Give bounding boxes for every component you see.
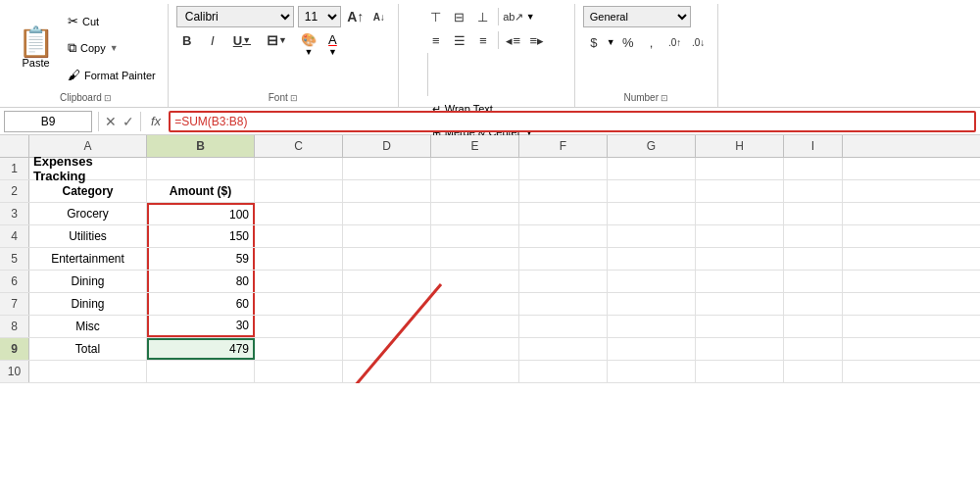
cell-g10[interactable]	[608, 361, 696, 382]
cell-c2[interactable]	[255, 180, 343, 202]
percent-button[interactable]: %	[617, 31, 639, 53]
cell-a3[interactable]: Grocery	[29, 203, 147, 224]
cell-i7[interactable]	[784, 293, 843, 315]
cell-h1[interactable]	[696, 158, 784, 179]
cell-c1[interactable]	[255, 158, 343, 179]
cell-f3[interactable]	[519, 203, 608, 224]
cell-h9[interactable]	[696, 338, 784, 360]
cell-a5[interactable]: Entertainment	[29, 248, 147, 270]
copy-button[interactable]: ⧉ Copy ▼	[64, 38, 160, 58]
cell-a6[interactable]: Dining	[29, 271, 147, 292]
cell-d8[interactable]	[343, 316, 431, 337]
fill-color-button[interactable]: 🎨 ▼	[297, 29, 320, 51]
cell-g5[interactable]	[608, 248, 696, 270]
col-header-h[interactable]: H	[696, 135, 784, 157]
col-header-e[interactable]: E	[431, 135, 519, 157]
cell-c8[interactable]	[255, 316, 343, 337]
cell-i9[interactable]	[784, 338, 843, 360]
cell-i4[interactable]	[784, 225, 843, 247]
accounting-dropdown[interactable]: ▼	[607, 37, 615, 47]
cell-b8[interactable]: 30	[147, 316, 255, 337]
cell-h2[interactable]	[696, 180, 784, 202]
col-header-g[interactable]: G	[608, 135, 696, 157]
cell-h8[interactable]	[696, 316, 784, 337]
cell-i10[interactable]	[784, 361, 843, 382]
cell-i8[interactable]	[784, 316, 843, 337]
cell-c9[interactable]	[255, 338, 343, 360]
cell-g8[interactable]	[608, 316, 696, 337]
cell-d3[interactable]	[343, 203, 431, 224]
col-header-b[interactable]: B	[147, 135, 255, 157]
cell-e9[interactable]	[431, 338, 519, 360]
cell-a1[interactable]: Expenses Tracking	[29, 158, 147, 179]
cell-b6[interactable]: 80	[147, 271, 255, 292]
italic-button[interactable]: I	[202, 29, 223, 51]
cell-i2[interactable]	[784, 180, 843, 202]
cell-i6[interactable]	[784, 271, 843, 292]
cut-button[interactable]: ✂ Cut	[64, 12, 160, 30]
cell-c7[interactable]	[255, 293, 343, 315]
copy-dropdown-arrow[interactable]: ▼	[110, 43, 119, 53]
format-painter-button[interactable]: 🖌 Format Painter	[64, 66, 160, 84]
cell-f8[interactable]	[519, 316, 608, 337]
decimal-decrease-button[interactable]: .0↓	[688, 31, 710, 53]
orientation-button[interactable]: ab↗	[503, 6, 524, 27]
col-header-c[interactable]: C	[255, 135, 343, 157]
paste-button[interactable]: 📋 Paste	[12, 6, 60, 90]
cell-f6[interactable]	[519, 271, 608, 292]
cell-a4[interactable]: Utilities	[29, 225, 147, 247]
cell-f4[interactable]	[519, 225, 608, 247]
align-center-button[interactable]: ☰	[449, 29, 470, 51]
cell-b2[interactable]: Amount ($)	[147, 180, 255, 202]
cell-e5[interactable]	[431, 248, 519, 270]
cell-h4[interactable]	[696, 225, 784, 247]
cell-b9[interactable]: 479	[147, 338, 255, 360]
cell-f2[interactable]	[519, 180, 608, 202]
align-middle-button[interactable]: ⊟	[449, 6, 470, 27]
cell-g9[interactable]	[608, 338, 696, 360]
underline-button[interactable]: U ▼	[227, 29, 257, 51]
cell-b1[interactable]	[147, 158, 255, 179]
cell-a7[interactable]: Dining	[29, 293, 147, 315]
cell-a8[interactable]: Misc	[29, 316, 147, 337]
cell-g4[interactable]	[608, 225, 696, 247]
cell-b7[interactable]: 60	[147, 293, 255, 315]
cell-f7[interactable]	[519, 293, 608, 315]
cell-d6[interactable]	[343, 271, 431, 292]
cell-b4[interactable]: 150	[147, 225, 255, 247]
accounting-button[interactable]: $	[583, 31, 605, 53]
orientation-dropdown[interactable]: ▼	[526, 12, 535, 22]
name-box[interactable]	[4, 111, 92, 132]
cell-h7[interactable]	[696, 293, 784, 315]
cell-h6[interactable]	[696, 271, 784, 292]
cell-e4[interactable]	[431, 225, 519, 247]
cell-f10[interactable]	[519, 361, 608, 382]
cell-e7[interactable]	[431, 293, 519, 315]
cell-d7[interactable]	[343, 293, 431, 315]
cell-a9[interactable]: Total	[29, 338, 147, 360]
cell-e1[interactable]	[431, 158, 519, 179]
cell-h10[interactable]	[696, 361, 784, 382]
font-grow-button[interactable]: A↑	[345, 6, 367, 27]
cell-a10[interactable]	[29, 361, 147, 382]
align-right-button[interactable]: ≡	[472, 29, 494, 51]
cell-c6[interactable]	[255, 271, 343, 292]
bold-button[interactable]: B	[176, 29, 198, 51]
cell-d1[interactable]	[343, 158, 431, 179]
cell-d10[interactable]	[343, 361, 431, 382]
cell-d9[interactable]	[343, 338, 431, 360]
cell-i3[interactable]	[784, 203, 843, 224]
decimal-increase-button[interactable]: .0↑	[664, 31, 686, 53]
font-color-dropdown[interactable]: ▼	[328, 47, 337, 57]
cell-g7[interactable]	[608, 293, 696, 315]
font-color-button[interactable]: A ▼	[324, 29, 341, 51]
cell-c4[interactable]	[255, 225, 343, 247]
font-shrink-button[interactable]: A↓	[368, 6, 390, 27]
cell-f1[interactable]	[519, 158, 608, 179]
indent-decrease-button[interactable]: ◂≡	[503, 29, 524, 51]
cell-f5[interactable]	[519, 248, 608, 270]
cell-d5[interactable]	[343, 248, 431, 270]
cell-g6[interactable]	[608, 271, 696, 292]
fill-color-dropdown[interactable]: ▼	[305, 47, 314, 57]
align-top-button[interactable]: ⊤	[425, 6, 447, 27]
